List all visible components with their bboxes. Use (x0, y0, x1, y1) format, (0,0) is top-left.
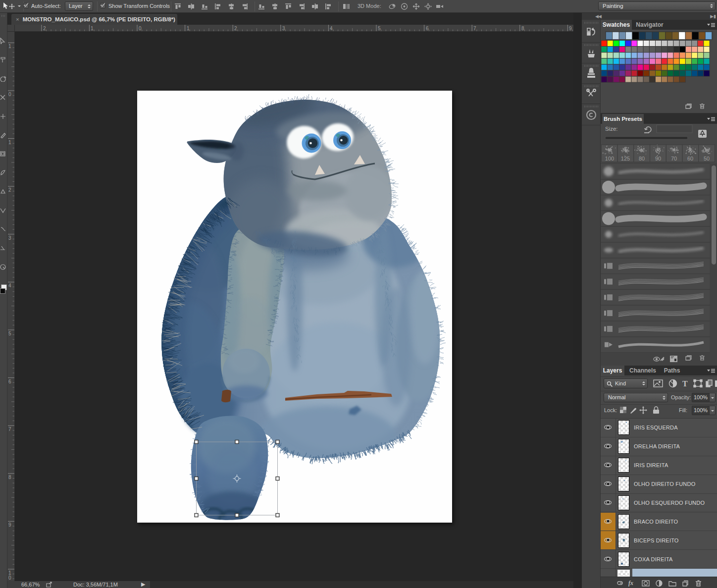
svg-text:5: 5 (378, 26, 381, 31)
svg-text:100: 100 (605, 156, 614, 161)
svg-text:90: 90 (655, 156, 661, 161)
svg-text:2: 2 (234, 26, 237, 31)
svg-text:9: 9 (8, 522, 11, 528)
svg-text:T: T (682, 379, 688, 388)
svg-text:7: 7 (8, 427, 11, 432)
svg-text:4: 4 (330, 26, 333, 31)
svg-text:0: 0 (8, 575, 11, 581)
svg-text:1: 1 (91, 26, 94, 31)
svg-text:8: 8 (521, 26, 524, 31)
svg-text:4: 4 (8, 283, 11, 288)
svg-text:6: 6 (8, 379, 11, 384)
svg-text:fx: fx (628, 580, 633, 587)
svg-text:6: 6 (426, 26, 429, 31)
svg-text:2: 2 (8, 187, 11, 193)
svg-text:5: 5 (8, 331, 11, 336)
svg-text:0: 0 (8, 92, 11, 97)
svg-text:60: 60 (687, 156, 693, 161)
svg-text:70: 70 (671, 156, 677, 161)
svg-text:3: 3 (282, 26, 285, 31)
svg-text:7: 7 (473, 26, 476, 31)
svg-text:80: 80 (639, 156, 645, 161)
svg-text:8: 8 (8, 475, 11, 480)
svg-text:3: 3 (8, 235, 11, 241)
svg-text:0: 0 (139, 26, 142, 31)
svg-text:1: 1 (8, 44, 11, 49)
svg-text:9: 9 (569, 26, 572, 31)
svg-text:1: 1 (187, 26, 190, 31)
svg-text:50: 50 (704, 156, 710, 161)
svg-text:2: 2 (43, 26, 46, 31)
svg-text:Size:: Size: (605, 126, 618, 132)
svg-text:1: 1 (8, 140, 11, 145)
svg-text:125: 125 (621, 156, 630, 161)
